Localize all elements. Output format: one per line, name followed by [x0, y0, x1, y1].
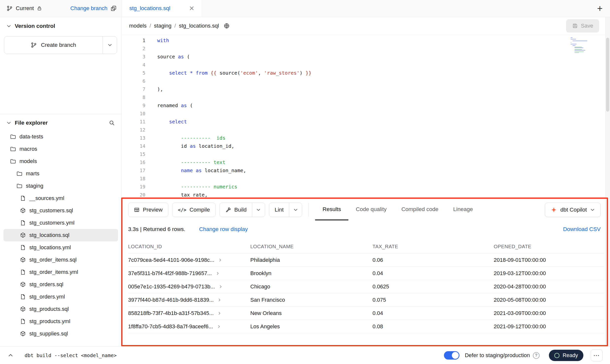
expand-cell-icon[interactable] [215, 271, 220, 276]
editor-tab-stg-locations[interactable]: stg_locations.sql ✕ [122, 0, 202, 17]
file-tree-item-macros[interactable]: macros [3, 143, 118, 155]
tab-results[interactable]: Results [315, 199, 348, 220]
file-tree-item-marts[interactable]: marts [3, 167, 118, 180]
breadcrumb-item[interactable]: staging [154, 23, 171, 29]
code-line[interactable]: with [157, 36, 610, 45]
code-line[interactable]: tax_rate, [157, 191, 610, 199]
code-line[interactable] [157, 126, 610, 134]
build-dropdown[interactable] [252, 203, 265, 217]
breadcrumb-item[interactable]: models [129, 23, 147, 29]
file-tree-item-__sources.yml[interactable]: __sources.yml [3, 192, 118, 204]
code-content[interactable]: withsource as ( select * from {{ source(… [147, 36, 610, 199]
change-row-display-link[interactable]: Change row display [199, 226, 248, 232]
minimap[interactable] [571, 37, 586, 53]
file-tree-item-stg_products.yml[interactable]: stg_products.yml [3, 315, 118, 328]
cell: 0.04 [373, 270, 494, 277]
file-tree-item-stg_locations.yml[interactable]: stg_locations.yml [3, 241, 118, 254]
file-explorer-section[interactable]: File explorer [0, 114, 121, 130]
tab-compiled-code[interactable]: Compiled code [394, 199, 446, 220]
code-editor[interactable]: 1234567891011121314151617181920 withsour… [122, 35, 610, 199]
file-tree-item-stg_orders.yml[interactable]: stg_orders.yml [3, 291, 118, 303]
copy-icon[interactable] [110, 5, 117, 12]
code-line[interactable] [157, 110, 610, 118]
minimap-line [571, 43, 586, 43]
status-badge[interactable]: Ready [549, 350, 583, 361]
code-line[interactable] [157, 61, 610, 69]
file-name: models [19, 158, 37, 165]
create-branch-dropdown[interactable] [102, 36, 117, 54]
file-tree-item-stg_locations.sql[interactable]: stg_locations.sql [3, 229, 118, 241]
file-tree-item-stg_products.sql[interactable]: stg_products.sql [3, 303, 118, 315]
tab-code-quality[interactable]: Code quality [348, 199, 394, 220]
column-header-location_name[interactable]: LOCATION_NAME [250, 244, 373, 249]
branch-bar: Current Change branch [0, 0, 122, 17]
new-tab-icon[interactable]: + [597, 4, 603, 13]
expand-cell-icon[interactable] [218, 284, 223, 289]
scrollbar-thumb[interactable] [606, 38, 609, 112]
expand-cell-icon[interactable] [217, 311, 222, 316]
code-line[interactable]: id as location_id, [157, 142, 610, 150]
code-line[interactable] [157, 45, 610, 53]
column-header-opened_date[interactable]: OPENED_DATE [494, 244, 604, 249]
file-tree-item-models[interactable]: models [3, 155, 118, 167]
line-number: 20 [140, 191, 145, 199]
file-tree-item-stg_supplies.sql[interactable]: stg_supplies.sql [3, 328, 118, 340]
column-header-tax_rate[interactable]: TAX_RATE [373, 244, 494, 249]
code-line[interactable]: renamed as ( [157, 101, 610, 110]
save-button[interactable]: Save [566, 19, 599, 33]
help-icon[interactable]: ? [533, 352, 540, 359]
file-tree-item-staging[interactable]: staging [3, 180, 118, 192]
code-line[interactable]: source as ( [157, 53, 610, 61]
vertical-scrollbar[interactable] [605, 17, 610, 347]
file-tree-item-stg_order_items.sql[interactable]: stg_order_items.sql [3, 254, 118, 266]
tab-lineage[interactable]: Lineage [446, 199, 480, 220]
expand-cell-icon[interactable] [217, 298, 222, 302]
breadcrumb-item[interactable]: stg_locations.sql [179, 23, 219, 29]
change-branch-link[interactable]: Change branch [70, 5, 107, 12]
hammer-icon [225, 207, 231, 213]
cell-text: 0.04 [373, 270, 383, 277]
code-line[interactable] [157, 93, 610, 101]
code-line[interactable]: select * from {{ source('ecom', 'raw_sto… [157, 69, 610, 77]
download-csv-link[interactable]: Download CSV [563, 226, 601, 232]
close-tab-icon[interactable]: ✕ [189, 5, 194, 12]
code-line[interactable]: ---------- ids [157, 134, 610, 142]
preview-button[interactable]: Preview [128, 203, 168, 217]
minimap-line [575, 52, 579, 53]
file-tree-item-stg_customers.yml[interactable]: stg_customers.yml [3, 217, 118, 229]
file-tree-item-stg_orders.sql[interactable]: stg_orders.sql [3, 278, 118, 291]
dbt-copilot-button[interactable]: dbt Copilot [545, 203, 601, 217]
code-line[interactable]: select [157, 118, 610, 126]
expand-cell-icon[interactable] [218, 258, 223, 263]
file-tree-item-data-tests[interactable]: data-tests [3, 131, 118, 143]
docs-link-icon[interactable] [223, 23, 230, 29]
code-line[interactable]: ---------- text [157, 158, 610, 166]
file-tree-item-stg_customers.sql[interactable]: stg_customers.sql [3, 204, 118, 217]
column-header-location_id[interactable]: LOCATION_ID [128, 244, 250, 249]
version-control-section[interactable]: Version control [0, 17, 121, 29]
code-line[interactable] [157, 175, 610, 183]
table-row: 1f8ffa70-7cb5-4d83-8a7f-9aceef6...Los An… [128, 320, 604, 333]
command-text[interactable]: dbt build --select <model_name> [25, 352, 117, 358]
current-branch-label[interactable]: Current [16, 5, 34, 12]
lint-dropdown[interactable] [289, 203, 302, 217]
collapse-panel-icon[interactable] [7, 352, 14, 359]
search-icon[interactable] [109, 120, 115, 126]
more-options-button[interactable]: ⋯ [591, 349, 603, 361]
file-name: stg_products.sql [29, 306, 69, 312]
build-button[interactable]: Build [220, 203, 252, 217]
file-tree-item-stg_order_items.yml[interactable]: stg_order_items.yml [3, 266, 118, 278]
code-line[interactable] [157, 150, 610, 158]
defer-toggle[interactable] [444, 351, 459, 360]
yml-file-icon [20, 195, 26, 201]
create-branch-button[interactable]: Create branch [4, 36, 102, 54]
code-line[interactable] [157, 77, 610, 85]
code-line[interactable]: name as location_name, [157, 166, 610, 175]
expand-cell-icon[interactable] [217, 324, 221, 329]
code-line[interactable]: ---------- numerics [157, 183, 610, 191]
folder-icon [16, 170, 23, 177]
code-line[interactable]: ), [157, 85, 610, 93]
cell-text: 858218fb-73f7-4b1b-a31f-57b345... [128, 310, 214, 316]
lint-button[interactable]: Lint [269, 203, 289, 217]
compile-button[interactable]: </> Compile [172, 203, 216, 217]
